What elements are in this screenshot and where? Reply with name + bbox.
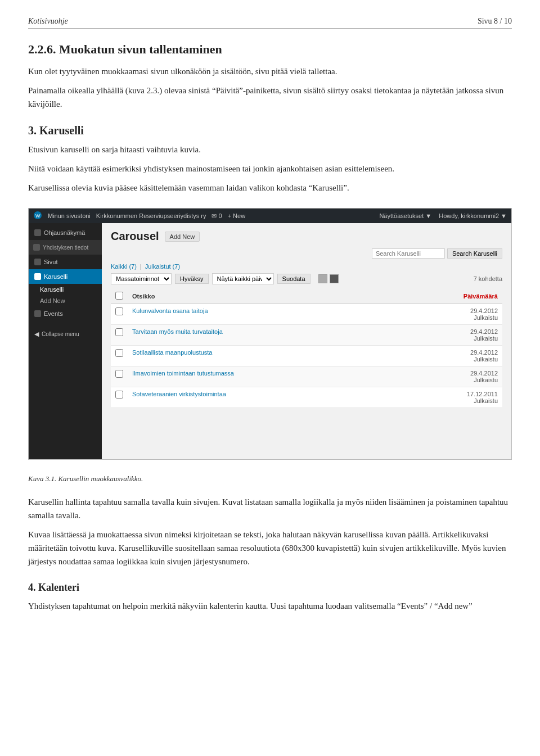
table-row: Sotilaallista maanpuolustusta29.4.2012Ju… xyxy=(111,346,502,366)
row-title[interactable]: Kulunvalvonta osana taitoja xyxy=(128,304,397,325)
page-title: Carousel xyxy=(111,230,159,243)
collapse-icon: ◀ xyxy=(34,331,39,338)
search-row: Search Karuselli xyxy=(111,248,502,259)
row-checkbox[interactable] xyxy=(115,307,123,315)
sidebar-item-sivut[interactable]: Sivut xyxy=(29,255,102,269)
yhdistys-icon xyxy=(33,244,40,251)
row-checkbox[interactable] xyxy=(115,391,123,399)
section-3-para3: Karusellissa olevia kuvia pääsee käsitte… xyxy=(28,181,512,194)
svg-text:W: W xyxy=(35,213,40,219)
col-checkbox xyxy=(111,289,128,304)
filter-button[interactable]: Suodata xyxy=(277,274,310,284)
bulk-actions-select[interactable]: Massatoiminnot xyxy=(111,273,172,284)
sidebar-item-label: Collapse menu xyxy=(42,331,79,337)
sidebar-item-label: Ohjausnäkymä xyxy=(44,229,85,236)
section-3-para1: Etusivun karuselli on sarja hitaasti vai… xyxy=(28,143,512,156)
section-226-para2: Painamalla oikealla ylhäällä (kuva 2.3.)… xyxy=(28,84,512,111)
item-count: 7 kohdetta xyxy=(474,275,502,282)
events-icon xyxy=(34,310,41,317)
sidebar-item-label: Yhdistyksen tiedot xyxy=(43,245,88,251)
table-body: Kulunvalvonta osana taitoja29.4.2012Julk… xyxy=(111,304,502,408)
apply-button[interactable]: Hyväksy xyxy=(175,274,209,284)
table-header-row: Otsikko Päivämäärä xyxy=(111,289,502,304)
row-date: 29.4.2012Julkaistu xyxy=(397,366,502,387)
table-row: Ilmavoimien toimintaan tutustumassa29.4.… xyxy=(111,366,502,387)
wp-admin-bar: W Minun sivustoni Kirkkonummen Reserviup… xyxy=(29,209,511,223)
row-checkbox[interactable] xyxy=(115,349,123,357)
section-3-body: Karusellin hallinta tapahtuu samalla tav… xyxy=(28,495,512,568)
section-3: 3. Karuselli Etusivun karuselli on sarja… xyxy=(28,124,512,194)
sidebar-item-label: Karuselli xyxy=(44,273,68,280)
page-number: Sivu 8 / 10 xyxy=(478,17,512,26)
date-filter-select[interactable]: Näytä kaikki päivät xyxy=(212,273,274,284)
filter-published-link[interactable]: Julkaistut (7) xyxy=(145,263,180,270)
sidebar-item-yhdistys[interactable]: Yhdistyksen tiedot xyxy=(29,240,102,255)
search-input[interactable] xyxy=(372,248,445,259)
search-button[interactable]: Search Karuselli xyxy=(447,248,502,259)
filter-all-link[interactable]: Kaikki (7) xyxy=(111,263,137,270)
admin-bar-left: W Minun sivustoni Kirkkonummen Reserviup… xyxy=(33,211,245,221)
section-4-heading: 4. Kalenteri xyxy=(28,582,512,594)
wp-body: Ohjausnäkymä Yhdistyksen tiedot Sivut Ka… xyxy=(29,223,511,459)
row-checkbox[interactable] xyxy=(115,370,123,378)
sidebar-item-label: Events xyxy=(44,310,63,317)
screenshot-box: W Minun sivustoni Kirkkonummen Reserviup… xyxy=(28,208,512,460)
page-header-title: Kotisivuohje xyxy=(28,17,68,26)
section-226: 2.2.6. Muokatun sivun tallentaminen Kun … xyxy=(28,42,512,111)
row-title[interactable]: Tarvitaan myös muita turvataitoja xyxy=(128,325,397,346)
sidebar-item-collapse[interactable]: ◀ Collapse menu xyxy=(29,327,102,342)
view-icons xyxy=(318,274,339,283)
section-3-body-para1: Karusellin hallinta tapahtuu samalla tav… xyxy=(28,495,512,522)
sidebar-item-events[interactable]: Events xyxy=(29,306,102,321)
sidebar-sub-addnew[interactable]: Add New xyxy=(29,295,102,306)
sidebar-sub-label: Karuselli xyxy=(40,286,64,293)
admin-bar-org-name[interactable]: Kirkkonummen Reserviupseeriydistys ry xyxy=(96,212,206,219)
table-row: Sotaveteraanien virkistystoimintaa17.12.… xyxy=(111,387,502,408)
admin-bar-right: Näyttöasetukset ▼ Howdy, kirkkonummi2 ▼ xyxy=(379,212,507,219)
dashboard-icon xyxy=(34,229,41,236)
section-4-para1: Yhdistyksen tapahtumat on helpoin merkit… xyxy=(28,599,512,613)
sidebar-item-karuselli[interactable]: Karuselli xyxy=(29,269,102,284)
section-226-heading: 2.2.6. Muokatun sivun tallentaminen xyxy=(28,42,512,57)
row-date: 29.4.2012Julkaistu xyxy=(397,346,502,366)
grid-view-icon[interactable] xyxy=(330,274,339,283)
page-header: Kotisivuohje Sivu 8 / 10 xyxy=(28,17,512,29)
row-title[interactable]: Sotilaallista maanpuolustusta xyxy=(128,346,397,366)
row-title[interactable]: Ilmavoimien toimintaan tutustumassa xyxy=(128,366,397,387)
table-row: Kulunvalvonta osana taitoja29.4.2012Julk… xyxy=(111,304,502,325)
row-date: 29.4.2012Julkaistu xyxy=(397,325,502,346)
col-title: Otsikko xyxy=(128,289,397,304)
sidebar-sub-karuselli[interactable]: Karuselli xyxy=(29,284,102,295)
section-3-body-para2: Kuvaa lisättäessä ja muokattaessa sivun … xyxy=(28,528,512,568)
add-new-button[interactable]: Add New xyxy=(165,232,200,242)
admin-bar-site-name[interactable]: Minun sivustoni xyxy=(48,212,91,219)
bulk-actions-row: Massatoiminnot Hyväksy Näytä kaikki päiv… xyxy=(111,273,502,284)
section-226-para1: Kun olet tyytyväinen muokkaamasi sivun u… xyxy=(28,65,512,78)
sidebar-item-label: Sivut xyxy=(44,259,57,265)
row-title[interactable]: Sotaveteraanien virkistystoimintaa xyxy=(128,387,397,408)
admin-bar-comments[interactable]: ✉ 0 xyxy=(212,212,222,220)
main-title-bar: Carousel Add New xyxy=(111,230,502,243)
row-date: 29.4.2012Julkaistu xyxy=(397,304,502,325)
admin-bar-nayttasetukset[interactable]: Näyttöasetukset ▼ xyxy=(379,212,431,219)
row-checkbox[interactable] xyxy=(115,328,123,336)
table-row: Tarvitaan myös muita turvataitoja29.4.20… xyxy=(111,325,502,346)
sidebar-sub-label: Add New xyxy=(40,297,65,304)
sidebar-item-dashboard[interactable]: Ohjausnäkymä xyxy=(29,225,102,240)
posts-table: Otsikko Päivämäärä Kulunvalvonta osana t… xyxy=(111,289,502,408)
list-view-icon[interactable] xyxy=(318,274,327,283)
row-date: 17.12.2011Julkaistu xyxy=(397,387,502,408)
karuselli-icon xyxy=(34,273,41,280)
wp-sidebar: Ohjausnäkymä Yhdistyksen tiedot Sivut Ka… xyxy=(29,223,102,459)
section-3-para2: Niitä voidaan käyttää esimerkiksi yhdist… xyxy=(28,162,512,175)
filter-row: Kaikki (7) | Julkaistut (7) xyxy=(111,263,502,270)
section-3-heading: 3. Karuselli xyxy=(28,124,512,137)
admin-bar-new[interactable]: + New xyxy=(228,212,246,219)
figure-caption: Kuva 3.1. Karusellin muokkausvalikko. xyxy=(28,473,512,485)
sivut-icon xyxy=(34,259,41,265)
wp-main: Carousel Add New Search Karuselli Kaikki… xyxy=(102,223,511,459)
admin-bar-user[interactable]: Howdy, kirkkonummi2 ▼ xyxy=(439,212,507,219)
filter-sep: | xyxy=(140,263,142,270)
select-all-checkbox[interactable] xyxy=(115,292,123,300)
section-4: 4. Kalenteri Yhdistyksen tapahtumat on h… xyxy=(28,582,512,613)
